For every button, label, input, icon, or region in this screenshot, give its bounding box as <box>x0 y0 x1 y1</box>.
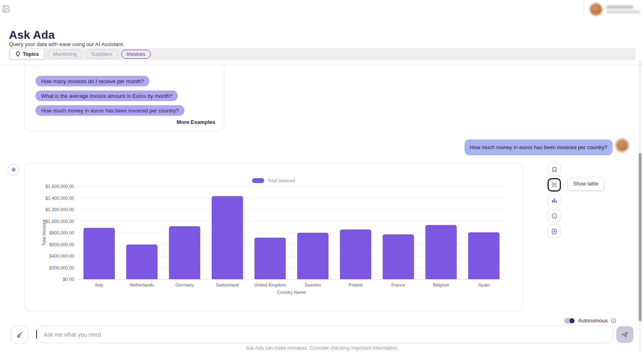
x-tick-label: Spain <box>462 282 505 287</box>
show-chart-button[interactable] <box>548 194 561 207</box>
download-file-icon <box>552 229 557 234</box>
tab-topics[interactable]: Topics <box>10 49 44 59</box>
x-tick-label: Switzerland <box>206 282 249 287</box>
avatar <box>616 139 629 152</box>
y-tick-label: $1,200,000.00 <box>46 207 74 212</box>
text-caret <box>36 330 37 339</box>
tab-invoices[interactable]: Invoices <box>121 50 151 59</box>
bar-netherlands[interactable] <box>126 245 158 279</box>
example-question-chip[interactable]: How much money in euros has been invoice… <box>35 105 184 116</box>
info-icon <box>552 213 557 219</box>
legend-swatch <box>252 178 264 183</box>
y-tick-label: $1,600,000.00 <box>46 184 74 189</box>
lightbulb-icon <box>15 51 20 57</box>
bar-poland[interactable] <box>340 229 371 279</box>
autonomous-setting: Autonomous <box>564 318 616 324</box>
y-tick-label: $400,000.00 <box>49 254 74 258</box>
bar-slot <box>206 186 249 279</box>
x-tick-label: France <box>377 282 420 287</box>
example-question-chip[interactable]: How many invoices do I receive per month… <box>35 76 149 86</box>
ask-input[interactable] <box>36 326 614 343</box>
y-tick-label: $1,400,000.00 <box>46 196 74 201</box>
broom-icon <box>16 331 23 338</box>
download-result-button[interactable] <box>548 225 561 238</box>
bar-chart-icon <box>552 198 557 203</box>
topics-tabbar: Topics Monitoring Suppliers Invoices <box>9 48 635 60</box>
chart-response-card: Total Invoiced Total Invoiced $0.00$200,… <box>24 163 523 311</box>
bar-france[interactable] <box>383 234 414 279</box>
bookmark-button[interactable] <box>548 163 561 176</box>
bookmark-icon <box>552 167 557 172</box>
sparkle-icon <box>11 167 16 172</box>
page-title: Ask Ada <box>9 29 55 42</box>
x-tick-label: United Kingdom <box>249 282 291 287</box>
autonomous-label: Autonomous <box>578 318 608 324</box>
bar-slot <box>120 186 163 279</box>
page-subtitle: Query your data with ease using our AI A… <box>9 41 124 47</box>
bar-chart-plot <box>78 186 505 279</box>
bar-slot <box>163 186 206 279</box>
show-table-icon <box>552 183 557 187</box>
bar-germany[interactable] <box>169 226 200 279</box>
toggle-knob <box>570 318 574 323</box>
avatar <box>590 3 602 15</box>
bar-slot <box>291 186 334 279</box>
bar-slot <box>377 186 420 279</box>
show-table-button[interactable] <box>548 178 561 192</box>
scrollbar-thumb[interactable] <box>639 153 642 321</box>
bar-slot <box>334 186 377 279</box>
ask-ada-page: Ask Ada Query your data with ease using … <box>0 0 644 355</box>
sidebar-collapse-icon <box>2 5 10 13</box>
autonomous-info-icon[interactable] <box>611 318 616 323</box>
user-message-bubble: How much money in euros has been invoice… <box>464 139 613 155</box>
bar-switzerland[interactable] <box>212 196 243 279</box>
x-tick-label: Germany <box>163 282 206 287</box>
disclaimer-text: Ask Ada can make mistakes. Consider chec… <box>0 345 644 351</box>
tab-topics-label: Topics <box>23 51 39 57</box>
bar-sweden[interactable] <box>297 233 329 279</box>
bar-slot <box>420 186 462 279</box>
x-tick-label: Netherlands <box>120 282 163 287</box>
sidebar-collapse-button[interactable] <box>2 5 10 13</box>
more-examples-link[interactable]: More Examples <box>177 119 215 125</box>
tab-monitoring[interactable]: Monitoring <box>48 50 82 59</box>
y-axis-ticks: $0.00$200,000.00$400,000.00$600,000.00$8… <box>24 186 76 279</box>
response-actions <box>548 163 561 238</box>
user-account-chip[interactable] <box>584 1 640 18</box>
legend-label: Total Invoiced <box>267 178 295 183</box>
y-tick-label: $600,000.00 <box>49 242 74 247</box>
x-axis-title: Country Name <box>78 290 505 295</box>
info-button[interactable] <box>548 209 561 223</box>
bar-spain[interactable] <box>468 232 499 279</box>
bar-belgium[interactable] <box>425 225 457 279</box>
show-table-tooltip: Show table <box>568 178 604 190</box>
bar-united-kingdom[interactable] <box>254 238 286 279</box>
bar-slot <box>78 186 120 279</box>
clear-chat-button[interactable] <box>11 326 28 344</box>
user-role-redacted <box>606 11 640 13</box>
chat-scroll-area[interactable]: How many invoices do I receive per month… <box>0 65 644 312</box>
bar-italy[interactable] <box>83 228 115 279</box>
send-button[interactable] <box>616 326 633 343</box>
example-question-chip[interactable]: What is the average invoice amount in Eu… <box>35 90 178 101</box>
x-tick-label: Sweden <box>291 282 334 287</box>
tab-suppliers[interactable]: Suppliers <box>86 50 118 59</box>
autonomous-toggle[interactable] <box>564 318 575 324</box>
y-tick-label: $200,000.00 <box>49 265 74 270</box>
y-tick-label: $800,000.00 <box>49 230 74 235</box>
y-tick-label: $0.00 <box>63 277 74 282</box>
x-tick-label: Italy <box>78 282 120 287</box>
bar-slot <box>249 186 291 279</box>
y-tick-label: $1,000,000.00 <box>46 219 74 224</box>
chart-legend: Total Invoiced <box>24 178 523 183</box>
send-icon <box>621 331 629 338</box>
bar-slot <box>462 186 505 279</box>
x-axis-ticks: ItalyNetherlandsGermanySwitzerlandUnited… <box>78 282 505 287</box>
x-tick-label: Poland <box>334 282 377 287</box>
user-name-redacted <box>606 6 633 9</box>
example-questions-card: How many invoices do I receive per month… <box>24 65 224 131</box>
assistant-avatar <box>8 164 20 176</box>
x-tick-label: Belgium <box>420 282 462 287</box>
